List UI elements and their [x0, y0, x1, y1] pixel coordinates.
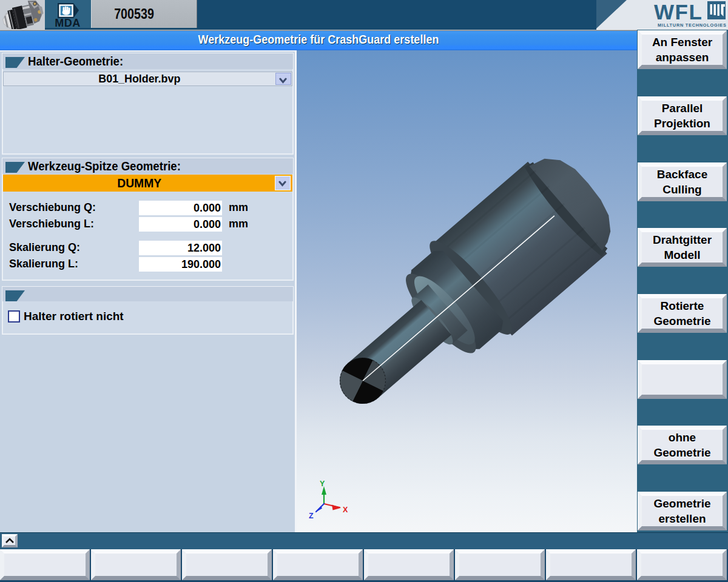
svg-text:X: X: [343, 506, 348, 514]
svg-text:Y: Y: [320, 480, 325, 488]
svg-text:WFL: WFL: [654, 0, 703, 24]
svg-text:MILLTURN TECHNOLOGIES: MILLTURN TECHNOLOGIES: [658, 22, 727, 28]
svg-text:Z: Z: [309, 512, 314, 520]
